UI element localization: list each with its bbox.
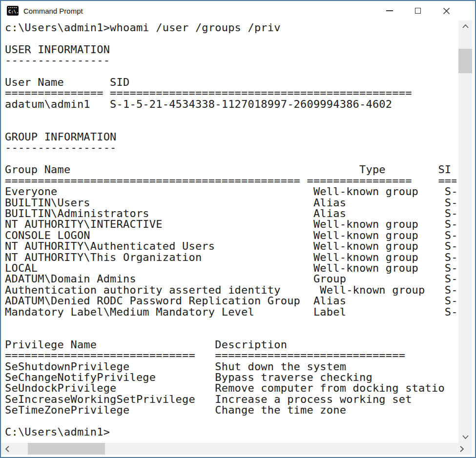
close-icon [443, 7, 450, 15]
console-line: LOCAL Well-known group S- [5, 263, 456, 274]
horizontal-scrollbar-thumb[interactable] [28, 443, 105, 455]
maximize-icon [415, 8, 421, 14]
console-line: ============================= ==========… [5, 350, 456, 361]
chevron-left-icon [5, 446, 9, 452]
console-line [5, 328, 456, 339]
scroll-left-button[interactable] [1, 443, 14, 455]
console-output[interactable]: c:\Users\admin1>whoami /user /groups /pr… [1, 20, 456, 442]
console-line: User Name SID [5, 77, 456, 88]
minimize-icon [386, 10, 393, 11]
console-line [5, 66, 456, 77]
console-line: SeIncreaseWorkingSetPrivilege Increase a… [5, 394, 456, 405]
console-line: ========================================… [5, 176, 456, 186]
console-line: SeTimeZonePrivilege Change the time zone [5, 405, 456, 416]
window-controls [375, 1, 460, 20]
console-line: NT AUTHORITY\Authenticated Users Well-kn… [5, 241, 456, 252]
console-line: c:\Users\admin1>whoami /user /groups /pr… [5, 22, 456, 33]
console-line [5, 33, 456, 44]
console-line: Mandatory Label\Medium Mandatory Level L… [5, 307, 456, 318]
horizontal-scrollbar[interactable] [1, 443, 472, 455]
minimize-button[interactable] [375, 1, 404, 20]
maximize-button[interactable] [404, 1, 432, 20]
console-line [5, 110, 456, 120]
console-line: ---------------- [5, 55, 456, 66]
console-line [5, 318, 456, 328]
console-line: adatum\admin1 S-1-5-21-4534338-112701899… [5, 99, 456, 110]
console-line: Everyone Well-known group S- [5, 186, 456, 197]
scroll-up-button[interactable] [458, 20, 472, 32]
chevron-down-icon [462, 435, 469, 439]
console-line: SeShutdownPrivilege Shut down the system [5, 361, 456, 372]
vertical-scrollbar[interactable] [458, 20, 472, 443]
console-line: C:\Users\admin1> [5, 427, 456, 438]
svg-text:C:\.: C:\. [8, 9, 19, 14]
console-line [5, 416, 456, 427]
console-line: SeUndockPrivilege Remove computer from d… [5, 383, 456, 394]
console-line [5, 154, 456, 164]
console-line: ----------------- [5, 142, 456, 153]
console-line: USER INFORMATION [5, 44, 456, 55]
console-line: BUILTIN\Administrators Alias S- [5, 208, 456, 219]
console-line: ADATUM\Domain Admins Group S- [5, 274, 456, 284]
chevron-right-icon [460, 446, 464, 452]
window-title: Command Prompt [23, 7, 83, 15]
console-line: Authentication authority asserted identi… [5, 285, 456, 296]
command-prompt-window: C:\. Command Prompt c:\Users\admin1>whoa… [0, 0, 476, 458]
console-line: ADATUM\Denied RODC Password Replication … [5, 296, 456, 306]
console-line: Group Name Type SI [5, 164, 456, 175]
console-line: Privilege Name Description [5, 339, 456, 350]
close-button[interactable] [432, 1, 460, 20]
console-line: NT AUTHORITY\This Organization Well-know… [5, 252, 456, 263]
chevron-up-icon [462, 24, 469, 28]
scroll-right-button[interactable] [455, 443, 468, 455]
console-line: SeChangeNotifyPrivilege Bypass traverse … [5, 372, 456, 383]
scroll-down-button[interactable] [458, 431, 472, 443]
console-line: CONSOLE LOGON Well-known group S- [5, 230, 456, 241]
console-line: NT AUTHORITY\INTERACTIVE Well-known grou… [5, 219, 456, 230]
console-line: GROUP INFORMATION [5, 132, 456, 142]
cmd-icon: C:\. [7, 6, 19, 16]
console-line: BUILTIN\Users Alias S- [5, 198, 456, 208]
vertical-scrollbar-thumb[interactable] [458, 49, 472, 73]
console-line: =============== ========================… [5, 88, 456, 99]
console-line [5, 121, 456, 132]
